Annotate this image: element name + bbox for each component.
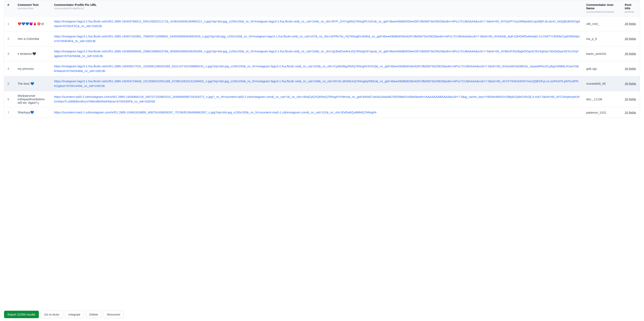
cell-post-info: 26 fields: [622, 76, 640, 91]
profile-pic-url-link[interactable]: https://instagram.fagc3-1.fna.fbcdn.net/…: [54, 79, 580, 88]
cell-username: gab.zgz: [583, 61, 622, 76]
table-row[interactable]: 1❤️💙💙😈🩸🎯💀https://instagram.fagc3-2.fna.f…: [4, 16, 640, 31]
cell-post-info: 20 fields: [622, 91, 640, 107]
cell-comment-text: x tentacion🖤: [14, 46, 51, 61]
table-header: # Comment Text commentText Commentator P…: [4, 0, 640, 16]
cell-post-info: 20 fields: [622, 107, 640, 118]
table-row[interactable]: 7Sharkyyy💙https://scontent-mia3-1.cdnins…: [4, 107, 640, 118]
col-header-postinfo[interactable]: Post Info postInfo: [622, 0, 640, 16]
col-label-num: #: [8, 3, 11, 6]
cell-comment-text: ❤️💙💙😈🩸🎯💀: [14, 16, 51, 31]
table-body: 1❤️💙💙😈🩸🎯💀https://instagram.fagc3-2.fna.f…: [4, 16, 640, 118]
post-info-fields-link[interactable]: 26 fields: [625, 37, 636, 40]
profile-pic-url-link[interactable]: https://instagram.fagc3-1.fna.fbcdn.net/…: [54, 34, 580, 43]
cell-comment-text: The best 💙: [14, 76, 51, 91]
post-info-fields-link[interactable]: 26 fields: [625, 52, 636, 55]
col-sub-postinfo: postInfo: [625, 10, 636, 13]
cell-post-info: 26 fields: [622, 31, 640, 46]
profile-pic-url-link[interactable]: https://scontent-mia3-1.cdninstagram.com…: [54, 110, 580, 115]
col-sub-username: commentatorUserName: [586, 10, 618, 13]
results-table-container: # Comment Text commentText Commentator P…: [4, 0, 640, 118]
cell-username: silk_root_: [583, 16, 622, 31]
cell-username: patience_1522: [583, 107, 622, 118]
cell-profile-pic-url: https://instagram.fagc3-2.fna.fbcdn.net/…: [51, 16, 583, 31]
col-header-username[interactable]: Commentator User Name commentatorUserNam…: [583, 0, 622, 16]
cell-post-info: 26 fields: [622, 46, 640, 61]
profile-pic-url-link[interactable]: https://instagram.fagc3-2.fna.fbcdn.net/…: [54, 64, 580, 73]
cell-row-num: 4: [4, 61, 14, 76]
cell-row-num: 6: [4, 91, 14, 107]
col-sub-comment: commentText: [18, 7, 48, 10]
cell-username: karen_amini10: [583, 46, 622, 61]
col-label-postinfo: Post Info: [625, 3, 636, 10]
table-row[interactable]: 2Ven a Colombiahttps://instagram.fagc3-1…: [4, 31, 640, 46]
col-label-url: Commentator Profile Pic URL: [54, 3, 580, 6]
cell-profile-pic-url: https://instagram.fagc3-1.fna.fbcdn.net/…: [51, 31, 583, 46]
table-row[interactable]: 5The best 💙https://instagram.fagc3-1.fna…: [4, 76, 640, 91]
profile-pic-url-link[interactable]: https://instagram.fagc3-2.fna.fbcdn.net/…: [54, 49, 580, 58]
post-info-fields-link[interactable]: 26 fields: [625, 67, 636, 70]
col-header-num[interactable]: #: [4, 0, 14, 16]
cell-username: dez._11136: [583, 91, 622, 107]
cell-username: muneeb09_90: [583, 76, 622, 91]
cell-row-num: 3: [4, 46, 14, 61]
col-header-comment[interactable]: Comment Text commentText: [14, 0, 51, 16]
col-label-username: Commentator User Name: [586, 3, 618, 10]
post-info-fields-link[interactable]: 26 fields: [625, 22, 636, 25]
cell-row-num: 7: [4, 107, 14, 118]
cell-row-num: 5: [4, 76, 14, 91]
cell-row-num: 2: [4, 31, 14, 46]
cell-profile-pic-url: https://scontent-mia3-1.cdninstagram.com…: [51, 107, 583, 118]
cell-profile-pic-url: https://instagram.fagc3-2.fna.fbcdn.net/…: [51, 61, 583, 76]
cell-profile-pic-url: https://instagram.fagc3-1.fna.fbcdn.net/…: [51, 76, 583, 91]
cell-row-num: 1: [4, 16, 14, 31]
cell-profile-pic-url: https://instagram.fagc3-2.fna.fbcdn.net/…: [51, 46, 583, 61]
profile-pic-url-link[interactable]: https://scontent-iad3-2.cdninstagram.com…: [54, 95, 580, 104]
post-info-fields-link[interactable]: 20 fields: [625, 97, 636, 101]
cell-profile-pic-url: https://scontent-iad3-2.cdninstagram.com…: [51, 91, 583, 107]
profile-pic-url-link[interactable]: https://instagram.fagc3-2.fna.fbcdn.net/…: [54, 19, 580, 28]
post-info-fields-link[interactable]: 26 fields: [625, 82, 636, 85]
cell-comment-text: Ven a Colombia: [14, 31, 51, 46]
table-row[interactable]: 4my princesshttps://instagram.fagc3-2.fn…: [4, 61, 640, 76]
cell-post-info: 26 fields: [622, 61, 640, 76]
cell-username: isa_p_b: [583, 31, 622, 46]
cell-comment-text: my princess: [14, 61, 51, 76]
col-sub-url: commentatorProfilePicUrl: [54, 7, 580, 10]
col-header-url[interactable]: Commentator Profile Pic URL commentatorP…: [51, 0, 583, 16]
results-table: # Comment Text commentText Commentator P…: [4, 0, 640, 118]
col-label-comment: Comment Text: [18, 3, 48, 6]
post-info-fields-link[interactable]: 20 fields: [625, 111, 636, 114]
table-row[interactable]: 6ithinkwevmet inthepastfrombefore will w…: [4, 91, 640, 107]
cell-post-info: 26 fields: [622, 16, 640, 31]
cell-comment-text: ithinkwevmet inthepastfrombefore will we…: [14, 91, 51, 107]
cell-comment-text: Sharkyyy💙: [14, 107, 51, 118]
table-row[interactable]: 3x tentacion🖤https://instagram.fagc3-2.f…: [4, 46, 640, 61]
